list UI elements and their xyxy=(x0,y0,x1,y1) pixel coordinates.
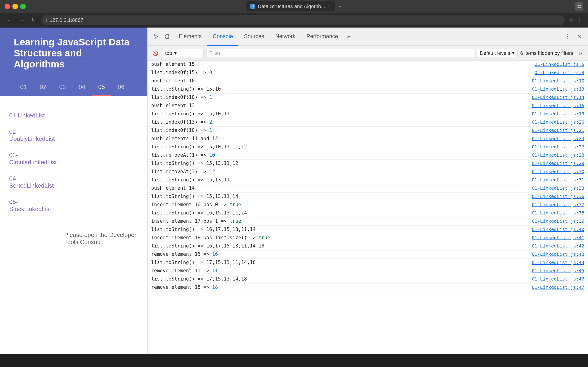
console-settings-button[interactable]: ⚙ xyxy=(576,49,584,57)
console-file-link[interactable]: 01-LinkedList.js:40 xyxy=(532,227,584,232)
more-tabs-button[interactable]: » xyxy=(344,31,354,42)
url-text: 127.0.0.1:8887 xyxy=(50,17,83,23)
console-row: remove element 18 => 1801-LinkedList.js:… xyxy=(147,284,588,292)
devtools-close-button[interactable]: ✕ xyxy=(574,31,584,42)
console-message: push element 13 xyxy=(151,103,532,108)
console-row: list.toString() => 17,15,13,14,1801-Link… xyxy=(147,275,588,284)
console-file-link[interactable]: 01-LinkedList.js:41 xyxy=(532,235,584,240)
console-file-link[interactable]: 01-LinkedList.js:45 xyxy=(532,268,584,273)
traffic-lights xyxy=(5,4,26,9)
nav-item-04[interactable]: 04 xyxy=(72,79,92,96)
console-file-link[interactable]: 01-LinkedList.js:43 xyxy=(532,251,584,257)
webpage-content: Learning JavaScript Data Structures and … xyxy=(0,27,147,354)
console-file-link[interactable]: 01-LinkedList.js:19 xyxy=(532,111,584,117)
console-message: list.toString() => 17,15,13,14,18 xyxy=(151,276,532,282)
console-file-link[interactable]: 01-LinkedList.js:29 xyxy=(532,161,584,166)
console-row: list.toString() => 16,17,15,13,11,1401-L… xyxy=(147,226,588,234)
tab-sources[interactable]: Sources xyxy=(238,27,270,46)
nav-item-01[interactable]: 01 xyxy=(14,79,33,96)
sidebar-link-04[interactable]: 04-SortedLinkedList xyxy=(9,170,55,194)
minimize-button[interactable] xyxy=(12,4,18,9)
console-file-link[interactable]: 01-LinkedList.js:47 xyxy=(532,284,584,290)
console-context-label: top xyxy=(165,50,172,56)
bookmark-button[interactable]: ☆ xyxy=(568,17,573,23)
console-context-selector[interactable]: top ▾ xyxy=(162,49,204,57)
nav-item-02[interactable]: 02 xyxy=(33,79,53,96)
console-message: list.toString() => 15,10,13,11,12 xyxy=(151,144,532,150)
console-file-link[interactable]: 01-LinkedList.js:30 xyxy=(532,169,584,174)
console-file-link[interactable]: 01-LinkedList.js:23 xyxy=(532,136,584,141)
console-file-link[interactable]: 01-LinkedList.js:46 xyxy=(532,276,584,282)
browser-tab[interactable]: JS Data Structures and Algorith... × xyxy=(246,1,335,11)
tab-close-button[interactable]: × xyxy=(328,4,330,9)
console-message: list.toString() => 15,10,13 xyxy=(151,111,532,117)
nav-item-05[interactable]: 05 xyxy=(92,79,111,96)
console-file-link[interactable]: 01-LinkedList.js:21 xyxy=(532,127,584,133)
console-output: push element 1501-LinkedList.js:5list.in… xyxy=(147,60,588,354)
tab-performance[interactable]: Performance xyxy=(301,27,343,46)
console-row: list.toString() => 15,10,1301-LinkedList… xyxy=(147,110,588,118)
new-tab-button[interactable]: + xyxy=(335,1,345,11)
console-message: push element 14 xyxy=(151,185,532,191)
devtools-more-button[interactable]: ⋮ xyxy=(562,31,572,42)
console-row: list.toString() => 17,15,13,11,14,1801-L… xyxy=(147,259,588,267)
console-file-link[interactable]: 01-LinkedList.js:36 xyxy=(532,194,584,199)
back-button[interactable]: ← xyxy=(6,16,14,24)
console-clear-button[interactable]: 🚫 xyxy=(151,49,159,57)
console-file-link[interactable]: 01-LinkedList.js:37 xyxy=(532,202,584,207)
console-row: push element 1401-LinkedList.js:33 xyxy=(147,184,588,193)
console-row: insert element 16 pos 0 => true01-Linked… xyxy=(147,201,588,209)
console-file-link[interactable]: 01-LinkedList.js:39 xyxy=(532,218,584,224)
url-input[interactable]: ℹ 127.0.0.1:8887 xyxy=(41,15,565,25)
console-file-link[interactable]: 01-LinkedList.js:8 xyxy=(535,70,584,75)
sidebar-link-02[interactable]: 02-DoublyLinkedList xyxy=(9,124,55,147)
placeholder-text: Please open the Developer Tools Console xyxy=(64,232,147,246)
console-message: push elements 11 and 12 xyxy=(151,136,532,141)
console-filter-input[interactable]: Filter xyxy=(206,49,474,57)
nav-item-03[interactable]: 03 xyxy=(53,79,72,96)
console-file-link[interactable]: 01-LinkedList.js:20 xyxy=(532,119,584,125)
console-file-link[interactable]: 01-LinkedList.js:10 xyxy=(532,78,584,83)
console-file-link[interactable]: 01-LinkedList.js:5 xyxy=(535,61,584,67)
extensions-button[interactable] xyxy=(575,2,583,10)
console-file-link[interactable]: 01-LinkedList.js:27 xyxy=(532,144,584,150)
sidebar-link-01[interactable]: 01-LinkedList xyxy=(9,107,55,124)
console-file-link[interactable]: 01-LinkedList.js:14 xyxy=(532,94,584,100)
nav-item-06[interactable]: 06 xyxy=(111,79,131,96)
console-message: list.toString() => 15,13,11 xyxy=(151,177,532,183)
console-file-link[interactable]: 01-LinkedList.js:31 xyxy=(532,177,584,183)
tab-network[interactable]: Network xyxy=(270,27,301,46)
console-message: list.toString() => 15,10 xyxy=(151,86,532,92)
console-file-link[interactable]: 01-LinkedList.js:16 xyxy=(532,103,584,108)
forward-button[interactable]: → xyxy=(17,16,26,24)
browser-menu-button[interactable]: ⋮ xyxy=(577,17,582,23)
svg-rect-2 xyxy=(578,7,579,8)
refresh-button[interactable]: ↻ xyxy=(29,16,38,24)
close-button[interactable] xyxy=(5,4,10,9)
sidebar-link-05[interactable]: 05-StackLinkedList xyxy=(9,194,55,217)
console-message: list.indexOf(13) => 2 xyxy=(151,119,532,125)
tab-elements[interactable]: Elements xyxy=(173,27,207,46)
console-file-link[interactable]: 01-LinkedList.js:38 xyxy=(532,210,584,216)
maximize-button[interactable] xyxy=(20,4,26,9)
svg-rect-5 xyxy=(165,35,166,37)
tab-console[interactable]: Console xyxy=(207,27,238,46)
element-picker-button[interactable] xyxy=(151,31,161,42)
console-row: list.removeAt(3) => 1201-LinkedList.js:3… xyxy=(147,168,588,176)
console-levels-selector[interactable]: Default levels ▾ xyxy=(477,49,518,57)
console-message: remove element 18 => 18 xyxy=(151,284,532,290)
console-message: remove element 16 => 16 xyxy=(151,251,532,257)
device-toolbar-button[interactable] xyxy=(162,31,172,42)
console-message: list.toString() => 15,13,11,14 xyxy=(151,194,532,199)
page-header: Learning JavaScript Data Structures and … xyxy=(0,27,147,79)
console-file-link[interactable]: 01-LinkedList.js:44 xyxy=(532,260,584,265)
console-file-link[interactable]: 01-LinkedList.js:42 xyxy=(532,243,584,249)
console-message: list.indexOf(10) => 1 xyxy=(151,127,532,133)
devtools-toolbar: Elements Console Sources Network Perform… xyxy=(147,27,588,46)
console-file-link[interactable]: 01-LinkedList.js:33 xyxy=(532,185,584,191)
sidebar-links: 01-LinkedList 02-DoublyLinkedList 03-Cir… xyxy=(0,100,64,224)
console-file-link[interactable]: 01-LinkedList.js:28 xyxy=(532,152,584,158)
sidebar-link-03[interactable]: 03-CircularLinkedList xyxy=(9,147,55,170)
console-file-link[interactable]: 01-LinkedList.js:13 xyxy=(532,86,584,92)
console-message: list.toString() => 16,17,15,13,11,14 xyxy=(151,227,532,232)
